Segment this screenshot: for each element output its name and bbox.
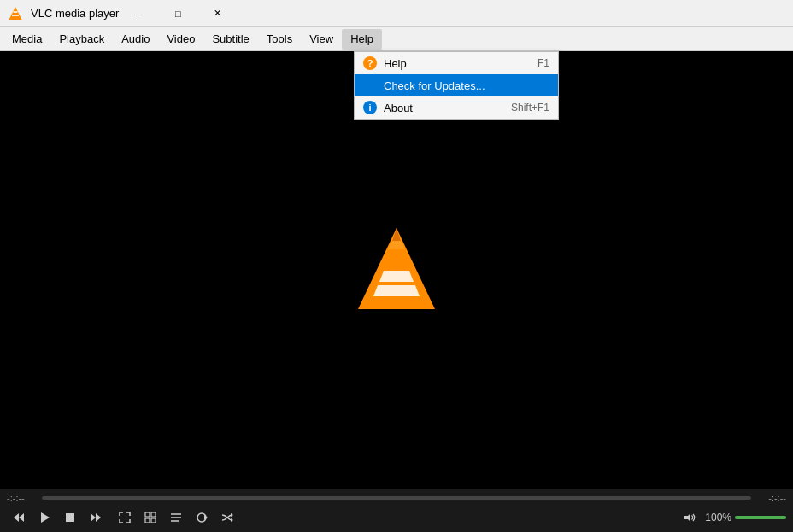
menu-tools[interactable]: Tools (258, 29, 301, 50)
svg-marker-25 (684, 513, 690, 522)
question-icon: ? (363, 56, 377, 70)
svg-marker-14 (96, 513, 101, 522)
svg-rect-18 (151, 518, 156, 523)
fastforward-icon (90, 512, 102, 523)
menu-video[interactable]: Video (158, 29, 203, 50)
extended-icon (144, 512, 156, 523)
svg-rect-2 (14, 11, 18, 13)
random-button[interactable] (215, 507, 239, 528)
time-total: -:-:-- (756, 493, 786, 503)
info-icon: i (363, 101, 377, 114)
menu-check-updates[interactable]: Check for Updates... (355, 74, 558, 96)
volume-bar[interactable] (735, 516, 786, 519)
svg-rect-16 (151, 512, 156, 517)
menu-view[interactable]: View (301, 29, 342, 50)
maximize-button[interactable]: □ (158, 0, 197, 27)
svg-marker-13 (91, 513, 96, 522)
playlist-icon (170, 512, 182, 523)
time-elapsed: -:-:-- (7, 493, 37, 503)
menu-audio[interactable]: Audio (113, 29, 158, 50)
progress-track[interactable] (42, 496, 751, 500)
svg-rect-17 (145, 518, 150, 523)
volume-button[interactable] (678, 507, 702, 528)
playlist-button[interactable] (164, 507, 188, 528)
menu-bar: Media Playback Audio Video Subtitle Tool… (0, 27, 793, 51)
window-title: VLC media player (31, 7, 119, 20)
menu-help-help[interactable]: ? Help F1 (355, 52, 558, 74)
menu-subtitle[interactable]: Subtitle (203, 29, 257, 50)
minimize-button[interactable]: — (119, 0, 158, 27)
svg-marker-9 (14, 513, 19, 522)
right-controls: 100% (678, 507, 786, 528)
random-icon (221, 512, 233, 523)
svg-point-3 (367, 309, 426, 318)
stop-icon (64, 512, 76, 523)
svg-rect-1 (12, 15, 19, 16)
svg-marker-24 (231, 518, 233, 522)
play-button[interactable] (32, 507, 56, 528)
loop-button[interactable] (190, 507, 214, 528)
svg-marker-11 (41, 512, 50, 523)
controls-row: 100% (0, 505, 793, 530)
volume-fill (735, 516, 786, 519)
app-icon (7, 5, 24, 22)
blank-icon (363, 79, 377, 92)
svg-marker-6 (373, 285, 420, 296)
stop-button[interactable] (58, 507, 82, 528)
menu-media[interactable]: Media (3, 29, 50, 50)
svg-rect-15 (145, 512, 150, 517)
menu-about[interactable]: i About Shift+F1 (355, 96, 558, 119)
play-icon (38, 512, 50, 523)
svg-marker-10 (19, 513, 24, 522)
menu-help[interactable]: Help (342, 29, 382, 50)
vlc-logo (354, 224, 439, 318)
fullscreen-button[interactable] (113, 507, 137, 528)
loop-icon (196, 512, 208, 523)
extended-button[interactable] (138, 507, 162, 528)
progress-bar-container: -:-:-- -:-:-- (0, 491, 793, 505)
rewind-button[interactable] (7, 507, 31, 528)
fastforward-button[interactable] (84, 507, 108, 528)
fullscreen-icon (119, 512, 131, 523)
close-button[interactable]: ✕ (197, 0, 237, 27)
window-controls[interactable]: — □ ✕ (119, 0, 237, 27)
title-bar: VLC media player — □ ✕ (0, 0, 793, 27)
svg-marker-0 (9, 7, 22, 20)
bottom-controls: -:-:-- -:-:-- (0, 489, 793, 532)
svg-marker-23 (231, 513, 233, 517)
rewind-icon (13, 512, 25, 523)
help-dropdown: ? Help F1 Check for Updates... i About S… (354, 51, 559, 120)
volume-label: 100% (705, 512, 731, 523)
volume-icon (684, 512, 696, 523)
menu-playback[interactable]: Playback (50, 29, 113, 50)
svg-rect-12 (66, 513, 74, 522)
svg-marker-5 (379, 271, 414, 282)
